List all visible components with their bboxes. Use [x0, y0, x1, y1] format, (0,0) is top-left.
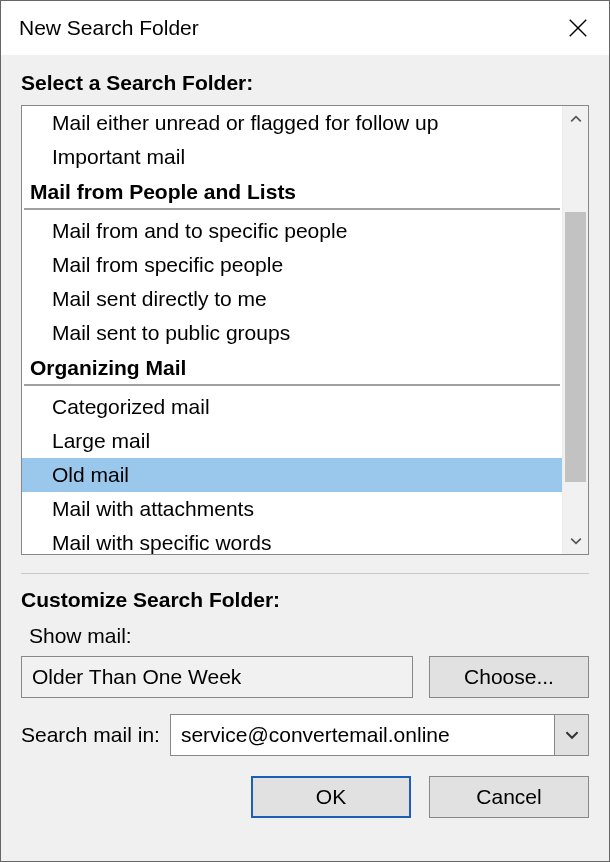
folder-list-viewport: Mail either unread or flagged for follow…	[22, 106, 562, 554]
scroll-up-button[interactable]	[563, 106, 588, 132]
list-item[interactable]: Mail from and to specific people	[22, 214, 562, 248]
ok-button-label: OK	[316, 785, 346, 809]
choose-button[interactable]: Choose...	[429, 656, 589, 698]
folder-listbox[interactable]: Mail either unread or flagged for follow…	[21, 105, 589, 555]
list-group-header: Organizing Mail	[24, 352, 560, 386]
chevron-down-icon	[570, 535, 582, 547]
list-item[interactable]: Important mail	[22, 140, 562, 174]
list-item[interactable]: Mail sent directly to me	[22, 282, 562, 316]
list-group-header: Mail from People and Lists	[24, 176, 560, 210]
chevron-down-icon	[565, 728, 579, 742]
search-in-label: Search mail in:	[21, 723, 160, 747]
combo-arrow-button[interactable]	[554, 715, 588, 755]
list-item[interactable]: Mail either unread or flagged for follow…	[22, 106, 562, 140]
customize-label: Customize Search Folder:	[21, 588, 589, 612]
list-item[interactable]: Mail from specific people	[22, 248, 562, 282]
scrollbar[interactable]	[562, 106, 588, 554]
chevron-up-icon	[570, 113, 582, 125]
divider	[21, 573, 589, 574]
close-button[interactable]	[553, 3, 603, 53]
ok-button[interactable]: OK	[251, 776, 411, 818]
dialog-title: New Search Folder	[19, 16, 553, 40]
new-search-folder-dialog: New Search Folder Select a Search Folder…	[0, 0, 610, 862]
cancel-button-label: Cancel	[476, 785, 541, 809]
titlebar: New Search Folder	[1, 1, 609, 55]
list-item[interactable]: Mail with specific words	[22, 526, 562, 554]
list-item-selected[interactable]: Old mail	[22, 458, 562, 492]
list-item[interactable]: Categorized mail	[22, 390, 562, 424]
search-in-value: service@convertemail.online	[181, 723, 554, 747]
search-in-combo[interactable]: service@convertemail.online	[170, 714, 589, 756]
scroll-thumb[interactable]	[565, 212, 586, 482]
list-item[interactable]: Mail sent to public groups	[22, 316, 562, 350]
folder-list-inner: Mail either unread or flagged for follow…	[22, 106, 562, 554]
choose-button-label: Choose...	[464, 665, 554, 689]
list-item[interactable]: Large mail	[22, 424, 562, 458]
criteria-display: Older Than One Week	[21, 656, 413, 698]
scroll-track[interactable]	[563, 132, 588, 528]
close-icon	[567, 17, 589, 39]
cancel-button[interactable]: Cancel	[429, 776, 589, 818]
select-folder-label: Select a Search Folder:	[21, 71, 589, 95]
dialog-body: Select a Search Folder: Mail either unre…	[1, 55, 609, 861]
show-mail-label: Show mail:	[29, 624, 589, 648]
list-item[interactable]: Mail with attachments	[22, 492, 562, 526]
scroll-down-button[interactable]	[563, 528, 588, 554]
criteria-text: Older Than One Week	[32, 665, 241, 689]
